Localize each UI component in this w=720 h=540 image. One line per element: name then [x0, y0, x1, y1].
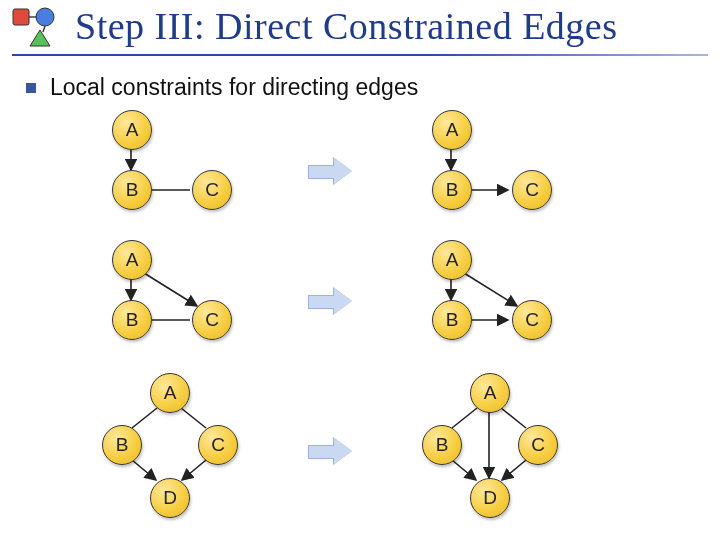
node-d: D	[470, 478, 510, 518]
node-label: C	[525, 179, 539, 201]
node-a: A	[432, 110, 472, 150]
svg-line-18	[452, 408, 477, 428]
svg-line-14	[132, 408, 157, 428]
node-label: A	[126, 119, 139, 141]
node-label: A	[164, 382, 177, 404]
node-label: C	[525, 309, 539, 331]
node-label: B	[126, 309, 139, 331]
node-label: C	[205, 179, 219, 201]
node-label: A	[446, 119, 459, 141]
svg-line-21	[502, 460, 526, 480]
node-label: A	[126, 249, 139, 271]
node-label: B	[436, 434, 449, 456]
diagram-stage: A B C A B C A B C A B C A B C D A B C D	[0, 108, 720, 540]
node-b: B	[112, 300, 152, 340]
node-a: A	[112, 240, 152, 280]
app-logo-icon	[10, 6, 62, 50]
node-a: A	[112, 110, 152, 150]
node-c: C	[192, 170, 232, 210]
svg-line-19	[501, 408, 526, 428]
bullet-icon	[26, 83, 36, 93]
edges-svg	[0, 108, 720, 540]
svg-rect-0	[13, 9, 29, 25]
node-a: A	[432, 240, 472, 280]
node-label: B	[116, 434, 129, 456]
svg-line-9	[144, 273, 197, 306]
svg-point-1	[36, 8, 54, 26]
node-b: B	[432, 170, 472, 210]
svg-line-15	[181, 408, 206, 428]
svg-line-17	[182, 460, 206, 480]
node-label: C	[211, 434, 225, 456]
node-label: B	[126, 179, 139, 201]
node-a: A	[150, 373, 190, 413]
svg-line-20	[452, 460, 476, 480]
page-title: Step III: Direct Constrained Edges	[75, 4, 708, 48]
node-d: D	[150, 478, 190, 518]
node-c: C	[192, 300, 232, 340]
node-label: A	[484, 382, 497, 404]
node-b: B	[432, 300, 472, 340]
node-b: B	[112, 170, 152, 210]
node-label: A	[446, 249, 459, 271]
node-c: C	[512, 170, 552, 210]
bullet-text: Local constraints for directing edges	[50, 74, 418, 101]
node-a: A	[470, 373, 510, 413]
node-c: C	[518, 425, 558, 465]
bullet-row: Local constraints for directing edges	[26, 74, 418, 101]
node-c: C	[198, 425, 238, 465]
svg-line-16	[132, 460, 156, 480]
node-b: B	[422, 425, 462, 465]
svg-line-3	[43, 26, 45, 32]
svg-line-12	[464, 273, 517, 306]
node-label: B	[446, 179, 459, 201]
node-label: D	[483, 487, 497, 509]
node-b: B	[102, 425, 142, 465]
node-label: C	[205, 309, 219, 331]
title-divider	[12, 54, 708, 56]
node-label: B	[446, 309, 459, 331]
node-label: D	[163, 487, 177, 509]
node-c: C	[512, 300, 552, 340]
node-label: C	[531, 434, 545, 456]
